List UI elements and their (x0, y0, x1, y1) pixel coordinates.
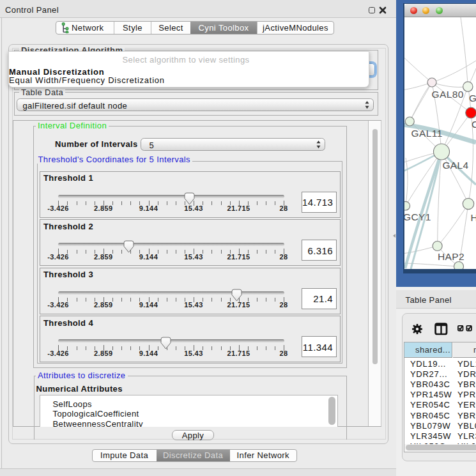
svg-text:GCY1: GCY1 (404, 211, 431, 222)
svg-text:C: C (472, 119, 476, 130)
svg-text:GAL4: GAL4 (442, 160, 468, 171)
svg-text:HAP2: HAP2 (438, 251, 464, 262)
svg-text:H: H (470, 212, 476, 223)
svg-text:GAL80: GAL80 (432, 89, 464, 100)
svg-text:GAL11: GAL11 (411, 128, 443, 139)
svg-text:GA: GA (469, 93, 476, 104)
